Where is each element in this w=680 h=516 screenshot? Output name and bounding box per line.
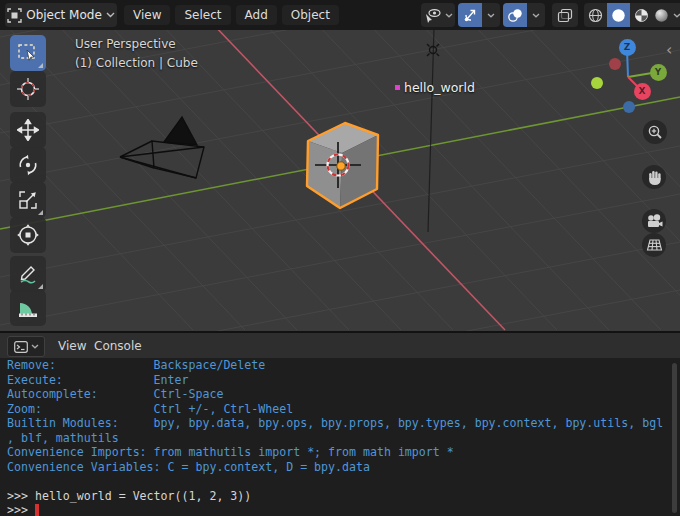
console-line <box>7 474 668 489</box>
gizmo-x-axis[interactable]: X <box>634 83 651 100</box>
object-name-label: hello_world <box>404 80 475 95</box>
tool-measure[interactable] <box>10 290 46 326</box>
console-line: Execute: Enter <box>7 373 668 388</box>
gizmo-neg-y-axis[interactable] <box>591 77 603 89</box>
xray-icon <box>557 8 573 23</box>
ortho-toggle-button[interactable] <box>642 233 666 257</box>
gizmo-x-label: X <box>639 86 646 96</box>
sidebar-collapse-arrow[interactable]: ‹ <box>666 42 672 58</box>
mode-selector-label: Object Mode <box>26 8 102 22</box>
viewport-menubar: View Select Add Object <box>124 0 339 30</box>
tool-rotate[interactable] <box>10 147 46 183</box>
gizmo-z-axis[interactable]: Z <box>619 39 636 56</box>
shading-material-button[interactable] <box>630 3 653 27</box>
shading-solid-button[interactable] <box>607 3 630 27</box>
console-line: >>> hello_world = Vector((1, 2, 3)) <box>7 489 668 504</box>
object-visibility-dropdown[interactable] <box>421 3 455 27</box>
navigation-gizmo[interactable]: Z Y X <box>590 36 670 116</box>
python-console-editor[interactable]: View Console Remove: Backspace/DeleteExe… <box>0 331 680 516</box>
gizmo-controls <box>458 3 500 27</box>
chevron-down-icon <box>106 12 115 18</box>
pan-button[interactable] <box>642 165 666 189</box>
tool-options-indicator <box>38 284 43 289</box>
show-overlays-toggle[interactable] <box>503 3 527 27</box>
shading-rendered-button[interactable] <box>653 3 670 27</box>
zoom-button[interactable] <box>643 120 667 144</box>
xray-toggle[interactable] <box>552 3 578 27</box>
overlays-icon <box>507 8 523 23</box>
overlays-dropdown[interactable] <box>527 3 545 27</box>
menu-add[interactable]: Add <box>236 5 277 25</box>
zoom-icon <box>647 124 663 140</box>
console-cursor <box>35 504 39 516</box>
annotate-icon <box>17 263 39 285</box>
console-line: Zoom: Ctrl +/-, Ctrl-Wheel <box>7 402 668 417</box>
menu-view[interactable]: View <box>124 5 170 25</box>
console-line: >>> <box>7 503 668 516</box>
editor-type-dropdown[interactable] <box>7 336 45 357</box>
gizmo-y-axis[interactable]: Y <box>650 64 667 81</box>
console-menu-console[interactable]: Console <box>86 333 150 358</box>
light-object[interactable] <box>427 28 439 232</box>
shading-solid-icon <box>611 8 626 23</box>
viewport-3d[interactable]: User Perspective (1) Collection | Cube h… <box>0 0 680 331</box>
camera-up-triangle <box>164 117 197 145</box>
show-gizmo-toggle[interactable] <box>458 3 482 27</box>
console-output: Remove: Backspace/DeleteExecute: EnterAu… <box>7 358 668 516</box>
tool-options-indicator <box>38 63 43 68</box>
ortho-grid-icon <box>646 238 663 252</box>
tool-options-indicator <box>38 210 43 215</box>
menu-object[interactable]: Object <box>282 5 339 25</box>
mode-selector-dropdown[interactable]: Object Mode <box>5 3 117 27</box>
tool-annotate[interactable] <box>10 256 46 292</box>
transform-icon <box>17 224 39 246</box>
blender-window: User Perspective (1) Collection | Cube h… <box>0 0 680 516</box>
shading-dropdown[interactable] <box>670 3 680 27</box>
viewport-header: Object Mode View Select Add Object <box>0 0 680 30</box>
console-line: , blf, mathutils <box>7 431 668 446</box>
gizmo-z-label: Z <box>624 42 631 52</box>
menu-select[interactable]: Select <box>175 5 230 25</box>
shading-mode-group <box>584 3 680 27</box>
shading-material-icon <box>634 8 649 23</box>
tool-select-box[interactable] <box>10 35 46 71</box>
console-line: Convenience Imports: from mathutils impo… <box>7 445 668 460</box>
console-scrollbar[interactable] <box>672 363 677 513</box>
cursor-3d-icon <box>16 77 40 101</box>
console-header: View Console <box>0 333 680 358</box>
overlay-controls <box>503 3 545 27</box>
move-icon <box>17 119 39 141</box>
console-line: Convenience Variables: C = bpy.context, … <box>7 460 668 475</box>
tool-move[interactable] <box>10 112 46 148</box>
scale-icon <box>17 189 39 211</box>
shading-wireframe-button[interactable] <box>584 3 607 27</box>
console-line: Builtin Modules: bpy, bpy.data, bpy.ops,… <box>7 416 668 431</box>
gizmo-neg-z-axis[interactable] <box>623 101 635 113</box>
shading-rendered-icon <box>654 8 669 23</box>
rotate-icon <box>17 154 39 176</box>
chevron-down-icon <box>445 13 453 18</box>
view-perspective-label: User Perspective <box>75 37 176 51</box>
object-mode-icon <box>7 8 22 23</box>
object-origin-dot <box>337 162 345 170</box>
measure-icon <box>17 297 39 319</box>
tool-scale[interactable] <box>10 182 46 218</box>
console-editor-icon <box>14 341 28 353</box>
console-line: Autocomplete: Ctrl-Space <box>7 387 668 402</box>
gizmo-icon <box>463 8 478 23</box>
gizmo-y-label: Y <box>655 67 662 77</box>
console-line: Remove: Backspace/Delete <box>7 358 668 373</box>
camera-view-button[interactable] <box>642 209 666 233</box>
visibility-icon <box>424 8 441 23</box>
gizmo-neg-x-axis[interactable] <box>609 58 621 70</box>
select-box-icon <box>17 42 39 64</box>
chevron-down-icon <box>31 344 39 349</box>
tool-cursor[interactable] <box>10 71 46 107</box>
shading-wireframe-icon <box>588 8 603 23</box>
tool-transform[interactable] <box>10 217 46 253</box>
camera-view-icon <box>646 214 663 229</box>
camera-object[interactable] <box>120 117 204 178</box>
empty-object-hello-world[interactable]: hello_world <box>395 80 475 95</box>
pan-hand-icon <box>647 169 662 185</box>
gizmo-dropdown[interactable] <box>482 3 500 27</box>
